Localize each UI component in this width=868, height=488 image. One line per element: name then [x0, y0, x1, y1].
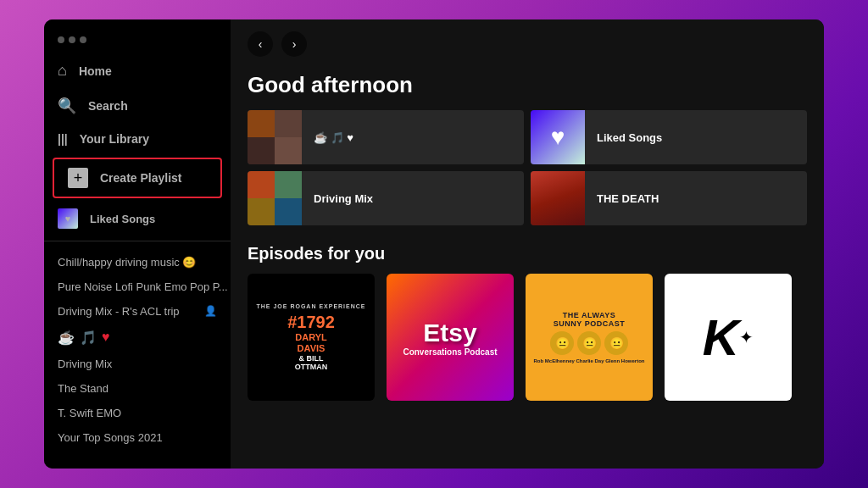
episode-thumbnail-sunny: The AlwaysSunny Podcast 😐 😐 😐 Rob McElhe…: [526, 274, 653, 401]
grid-card-liked-songs[interactable]: ♥ Liked Songs: [531, 110, 807, 164]
playlist-item[interactable]: It's not a phase, mom!: [44, 450, 231, 458]
quick-picks-grid: ☕ 🎵 ♥ ♥ Liked Songs: [231, 110, 824, 225]
search-icon: 🔍: [58, 97, 76, 115]
liked-songs-card-label: Liked Songs: [585, 131, 674, 144]
coffee-emoji: ☕: [58, 330, 75, 346]
create-playlist-label: Create Playlist: [100, 171, 182, 185]
sidebar-library-label: Your Library: [80, 132, 149, 146]
mosaic-cell: [275, 171, 302, 198]
card-image-mosaic: [248, 110, 302, 164]
etsy-title: Etsy: [423, 319, 476, 347]
greeting-title: Good afternoon: [231, 64, 824, 110]
card-label-emojis: ☕ 🎵 ♥: [302, 131, 365, 144]
playlist-list: Chill/happy driving music 😊 Pure Noise L…: [44, 247, 231, 458]
top-bar: ‹ ›: [231, 19, 824, 64]
liked-songs-icon: ♥: [58, 208, 78, 229]
episodes-section-title: Episodes for you: [231, 241, 824, 274]
episode-card-sunny[interactable]: The AlwaysSunny Podcast 😐 😐 😐 Rob McElhe…: [526, 274, 653, 408]
grid-card-the-death[interactable]: THE DEATH: [531, 171, 807, 225]
sidebar-item-liked-songs[interactable]: ♥ Liked Songs: [44, 202, 231, 236]
dot3: [80, 36, 86, 43]
card-image-driving-mix: [248, 171, 302, 225]
app-window: ⌂ Home 🔍 Search ||| Your Library + Creat…: [44, 19, 824, 469]
sunny-cast-names: Rob McElhenney Charlie Day Glenn Howerto…: [533, 358, 644, 363]
etsy-subtitle: Conversations Podcast: [403, 347, 497, 357]
death-img: [531, 171, 585, 225]
playlist-item[interactable]: Driving Mix: [44, 352, 231, 376]
back-button[interactable]: ‹: [248, 31, 273, 57]
mosaic-cell: [275, 110, 302, 137]
episode-card-k[interactable]: K ✦: [665, 274, 792, 408]
coffee-icon: ☕ 🎵 ♥: [314, 131, 353, 144]
create-playlist-button[interactable]: + Create Playlist: [53, 158, 222, 198]
playlist-item[interactable]: Your Top Songs 2021: [44, 425, 231, 450]
mosaic-cell: [248, 198, 275, 225]
forward-button[interactable]: ›: [281, 31, 307, 57]
sidebar-search-label: Search: [88, 99, 128, 113]
sidebar-item-home[interactable]: ⌂ Home: [44, 53, 231, 88]
window-controls: [44, 30, 231, 53]
jre-label: THE JOE ROGAN EXPERIENCE: [256, 303, 365, 309]
mosaic-cell: [248, 110, 275, 137]
face3: 😐: [604, 331, 628, 355]
main-content: ‹ › Good afternoon ☕ 🎵 ♥: [231, 19, 824, 469]
heart-emoji: ♥: [102, 330, 110, 345]
home-icon: ⌂: [58, 62, 67, 80]
emoji-playlist-row[interactable]: ☕ 🎵 ♥: [44, 324, 231, 352]
playlist-item[interactable]: Driving Mix - R's ACL trip 👤: [44, 299, 231, 324]
sidebar: ⌂ Home 🔍 Search ||| Your Library + Creat…: [44, 19, 231, 469]
mosaic-cell: [248, 171, 275, 198]
playlist-item[interactable]: The Stand: [44, 376, 231, 401]
grid-card-driving-mix[interactable]: Driving Mix: [248, 171, 524, 225]
jre-guest-name: DARYLDAVIS: [295, 332, 326, 354]
episode-card-etsy[interactable]: Etsy Conversations Podcast: [387, 274, 514, 408]
sunny-faces: 😐 😐 😐: [550, 331, 628, 355]
plus-icon: +: [68, 168, 88, 188]
sidebar-home-label: Home: [79, 64, 112, 78]
dot1: [58, 36, 64, 43]
music-emoji: 🎵: [80, 330, 97, 346]
liked-songs-label: Liked Songs: [90, 213, 155, 225]
face2: 😐: [577, 331, 601, 355]
episode-thumbnail-k: K ✦: [665, 274, 792, 401]
the-death-label: THE DEATH: [585, 192, 670, 205]
playlist-item[interactable]: Chill/happy driving music 😊: [44, 250, 231, 274]
sidebar-item-library[interactable]: ||| Your Library: [44, 124, 231, 154]
episodes-row: THE JOE ROGAN EXPERIENCE #1792 DARYLDAVI…: [231, 274, 824, 408]
jre-episode-num: #1792: [287, 313, 335, 332]
driving-mix-label: Driving Mix: [302, 192, 385, 205]
episode-thumbnail-jre: THE JOE ROGAN EXPERIENCE #1792 DARYLDAVI…: [248, 274, 375, 401]
grid-card-playlist1[interactable]: ☕ 🎵 ♥: [248, 110, 524, 164]
collaborative-icon: 👤: [204, 305, 217, 317]
mosaic-cell: [275, 198, 302, 225]
k-star-icon: ✦: [739, 327, 754, 347]
k-letter: K: [703, 308, 739, 367]
sunny-title: The AlwaysSunny Podcast: [554, 311, 625, 328]
heart-icon: ♥: [551, 124, 565, 151]
sidebar-divider: [44, 241, 231, 241]
liked-songs-card-image: ♥: [531, 110, 585, 164]
jre-guest-name2: & BILLOTTMAN: [295, 354, 328, 371]
library-icon: |||: [58, 132, 68, 146]
episode-thumbnail-etsy: Etsy Conversations Podcast: [387, 274, 514, 401]
death-card-image: [531, 171, 585, 225]
playlist-item[interactable]: T. Swift EMO: [44, 401, 231, 425]
sidebar-item-search[interactable]: 🔍 Search: [44, 88, 231, 124]
episode-card-jre[interactable]: THE JOE ROGAN EXPERIENCE #1792 DARYLDAVI…: [248, 274, 375, 408]
dot2: [69, 36, 75, 43]
playlist-item[interactable]: Pure Noise Lofi Punk Emo Pop P...: [44, 274, 231, 299]
face1: 😐: [550, 331, 574, 355]
mosaic-cell: [248, 137, 275, 164]
mosaic-cell: [275, 137, 302, 164]
